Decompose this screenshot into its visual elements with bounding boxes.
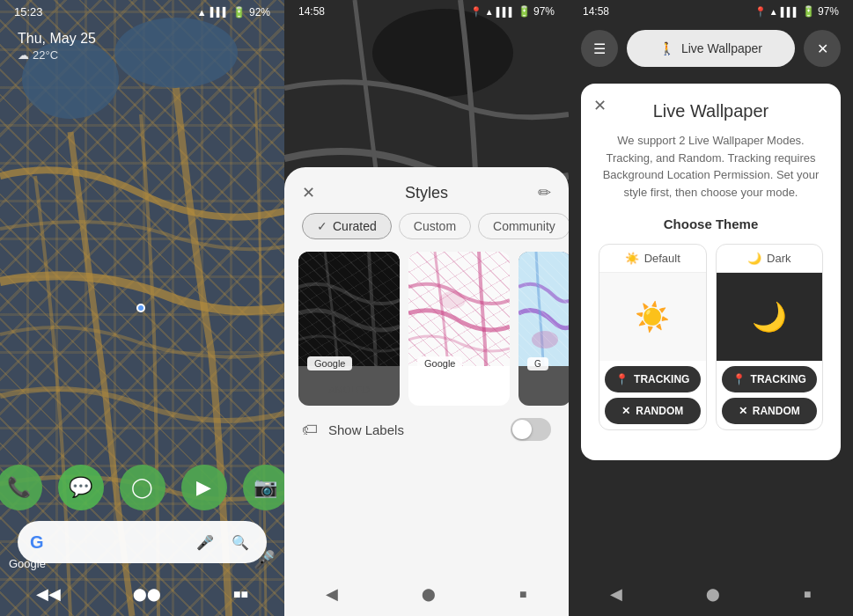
sun-preview-icon: ☀️	[635, 300, 670, 334]
live-wallpaper-header[interactable]: 🚶 Live Wallpaper	[627, 30, 795, 67]
svg-rect-7	[518, 252, 569, 366]
menu-button[interactable]: ☰	[581, 30, 618, 67]
colorful-g-label: G	[527, 357, 548, 370]
p3-recents-button[interactable]: ■	[804, 587, 811, 601]
style-card-colorful[interactable]: G	[518, 252, 569, 406]
messages-app-icon[interactable]: 💬	[58, 465, 104, 510]
default-theme-buttons: 📍 TRACKING ✕ RANDOM	[599, 361, 706, 429]
p3-battery-percent: 97%	[818, 5, 839, 18]
modal-edit-button[interactable]: ✏	[538, 183, 551, 202]
android-home-screen: 15:23 ▲ ▌▌▌ 🔋 92% Thu, May 25 ☁ 22°C 📞 💬…	[0, 0, 284, 616]
modal-title: Styles	[405, 184, 448, 202]
amoled-card-name: AMOLED	[298, 385, 400, 395]
p2-status-time: 14:58	[298, 5, 325, 18]
status-bar: 15:23 ▲ ▌▌▌ 🔋 92%	[0, 0, 284, 24]
p2-wifi-icon: ▲	[485, 7, 494, 17]
phone-app-icon[interactable]: 📞	[0, 465, 42, 510]
styles-panel: 14:58 📍 ▲ ▌▌▌ 🔋 97% ✕ Styles ✏ ✓ Curated…	[284, 0, 569, 616]
location-dot	[136, 304, 145, 312]
show-labels-toggle[interactable]	[511, 418, 551, 441]
p3-home-button[interactable]: ⬤	[706, 587, 720, 601]
pink-google-label: Google	[417, 356, 462, 370]
style-tabs: ✓ Curated Custom Community	[284, 213, 569, 252]
dialog-title: Live Wallpaper	[599, 101, 823, 121]
google-search-bar[interactable]: G 🎤 🔍	[18, 521, 267, 563]
tab-custom[interactable]: Custom	[399, 213, 471, 239]
play-store-icon[interactable]: ▶	[181, 465, 227, 510]
amoled-google-label: Google	[307, 356, 352, 370]
svg-rect-4	[298, 252, 400, 366]
p2-status-bar: 14:58 📍 ▲ ▌▌▌ 🔋 97%	[284, 0, 569, 23]
date-weather-widget: Thu, May 25 ☁ 22°C	[0, 24, 284, 69]
tab-curated[interactable]: ✓ Curated	[302, 213, 392, 239]
close-header-button[interactable]: ✕	[804, 30, 841, 67]
voice-search-button[interactable]: 🎤	[191, 528, 219, 556]
person-walking-icon: 🚶	[659, 41, 674, 55]
dark-theme-preview: 🌙	[717, 273, 823, 361]
p2-back-button[interactable]: ◀	[326, 584, 338, 604]
p2-home-button[interactable]: ⬤	[422, 587, 436, 601]
p3-location-icon: 📍	[754, 6, 767, 18]
google-g-logo: G	[30, 532, 44, 553]
live-wallpaper-dialog: ✕ Live Wallpaper We support 2 Live Wallp…	[581, 84, 841, 460]
dark-tracking-button[interactable]: 📍 TRACKING	[722, 366, 818, 392]
battery-icon: 🔋	[232, 6, 246, 18]
cloud-icon: ☁	[18, 48, 29, 62]
style-card-amoled[interactable]: Google AMOLED	[298, 252, 400, 406]
default-theme-label: ☀️ Default	[599, 245, 706, 273]
p3-header-bar: ☰ 🚶 Live Wallpaper ✕	[569, 23, 853, 74]
p3-status-bar: 14:58 📍 ▲ ▌▌▌ 🔋 97%	[569, 0, 853, 23]
weather-display: ☁ 22°C	[18, 48, 267, 62]
svg-point-6	[439, 291, 466, 309]
chrome-app-icon[interactable]: ◯	[120, 465, 165, 510]
svg-point-8	[532, 331, 558, 348]
theme-cards-container: ☀️ Default ☀️ 📍 TRACKING ✕ RANDOM	[599, 244, 823, 430]
choose-theme-heading: Choose Theme	[599, 216, 823, 231]
p3-status-icons: 📍 ▲ ▌▌▌ 🔋 97%	[754, 5, 839, 18]
style-card-pink[interactable]: Google	[408, 252, 510, 406]
date-display: Thu, May 25	[18, 31, 267, 47]
default-random-button[interactable]: ✕ RANDOM	[605, 398, 701, 424]
dock-area: 📞 💬 ◯ ▶ 📷 G 🎤 🔍	[0, 465, 284, 563]
default-tracking-button[interactable]: 📍 TRACKING	[605, 366, 701, 392]
recents-button[interactable]: ■	[233, 587, 248, 601]
p2-signal-icon: ▌▌▌	[496, 7, 515, 17]
default-theme-card: ☀️ Default ☀️ 📍 TRACKING ✕ RANDOM	[599, 244, 707, 430]
label-icon: 🏷	[302, 421, 318, 439]
sun-icon: ☀️	[625, 252, 639, 265]
wifi-status-icon: ▲	[197, 7, 207, 18]
lens-search-button[interactable]: 🔍	[226, 528, 254, 556]
svg-rect-5	[408, 252, 510, 366]
random-icon-default: ✕	[621, 405, 630, 417]
p2-battery-percent: 97%	[533, 5, 555, 18]
modal-header: ✕ Styles ✏	[284, 167, 569, 213]
styles-modal: ✕ Styles ✏ ✓ Curated Custom Community	[284, 167, 569, 616]
header-title-text: Live Wallpaper	[681, 41, 762, 55]
moon-preview-icon: 🌙	[752, 300, 787, 334]
camera-app-icon[interactable]: 📷	[243, 465, 285, 510]
check-icon: ✓	[317, 219, 327, 233]
p3-status-time: 14:58	[583, 5, 609, 18]
signal-icon: ▌▌▌	[210, 7, 229, 17]
p3-wifi-icon: ▲	[769, 7, 778, 17]
p3-battery-icon: 🔋	[802, 5, 815, 18]
home-button[interactable]: ⬤	[133, 587, 161, 601]
dark-theme-buttons: 📍 TRACKING ✕ RANDOM	[717, 361, 823, 429]
map-preview-colorful	[518, 252, 569, 366]
tab-community[interactable]: Community	[478, 213, 569, 239]
status-icons: ▲ ▌▌▌ 🔋 92%	[197, 6, 270, 18]
p3-back-button[interactable]: ◀	[610, 584, 622, 604]
live-wallpaper-panel: 14:58 📍 ▲ ▌▌▌ 🔋 97% ☰ 🚶 Live Wallpaper ✕…	[569, 0, 853, 616]
navigation-bar: ◀ ⬤ ■	[0, 572, 284, 616]
dialog-close-button[interactable]: ✕	[593, 96, 607, 115]
dark-theme-card: 🌙 Dark 🌙 📍 TRACKING ✕ RANDOM	[716, 244, 824, 430]
app-row: 📞 💬 ◯ ▶ 📷	[0, 465, 284, 510]
p2-recents-button[interactable]: ■	[519, 587, 526, 601]
back-button[interactable]: ◀	[36, 584, 61, 604]
modal-close-button[interactable]: ✕	[302, 183, 315, 202]
dark-random-button[interactable]: ✕ RANDOM	[722, 398, 818, 424]
dark-theme-label: 🌙 Dark	[717, 245, 823, 273]
status-time: 15:23	[14, 5, 43, 18]
p2-navigation-bar: ◀ ⬤ ■	[284, 572, 569, 616]
p2-battery-icon: 🔋	[518, 5, 531, 18]
